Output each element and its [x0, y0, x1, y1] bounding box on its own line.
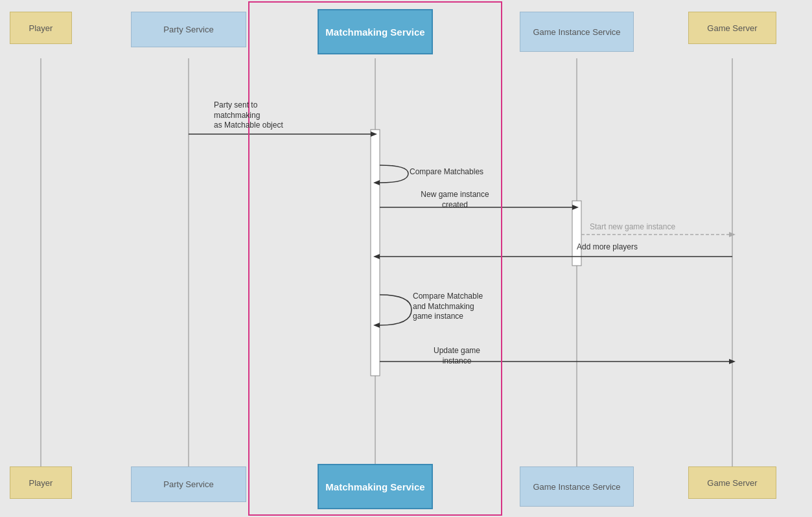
msg4-label: Start new game instance — [590, 222, 716, 233]
game-server-top-box: Game Server — [688, 12, 776, 44]
matchmaking-service-bottom-box: Matchmaking Service — [318, 464, 433, 509]
svg-marker-13 — [729, 232, 736, 237]
svg-marker-18 — [729, 359, 736, 364]
sequence-diagram: Player Party Service Matchmaking Service… — [0, 0, 812, 517]
svg-marker-11 — [572, 205, 579, 210]
player-top-box: Player — [10, 12, 72, 44]
msg5-label: Add more players — [577, 242, 693, 253]
msg2-label: Compare Matchables — [410, 167, 510, 178]
msg7-label: Update gameinstance — [402, 346, 512, 366]
party-service-bottom-box: Party Service — [131, 466, 246, 502]
game-instance-service-bottom-box: Game Instance Service — [520, 466, 634, 507]
focus-box — [248, 1, 502, 516]
game-server-bottom-box: Game Server — [688, 466, 776, 499]
msg6-label: Compare Matchableand Matchmakinggame ins… — [413, 292, 542, 322]
svg-rect-6 — [572, 201, 581, 266]
party-service-top-box: Party Service — [131, 12, 246, 47]
player-bottom-box: Player — [10, 466, 72, 499]
msg1-label: Party sent tomatchmakingas Matchable obj… — [214, 100, 343, 131]
matchmaking-service-top-box: Matchmaking Service — [318, 9, 433, 54]
game-instance-service-top-box: Game Instance Service — [520, 12, 634, 52]
msg3-label: New game instancecreated — [397, 190, 513, 210]
